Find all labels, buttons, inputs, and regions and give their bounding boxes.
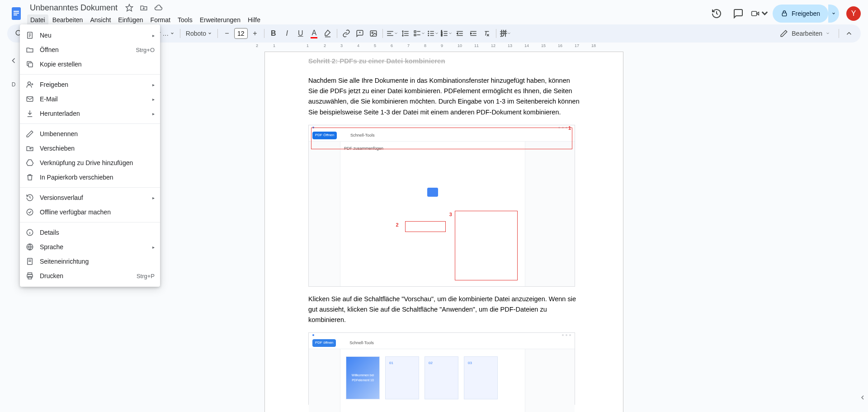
menu-einfuegen[interactable]: Einfügen (115, 14, 146, 25)
paragraph-1: Nachdem Sie alle Ihre Dokumente in das K… (308, 76, 580, 118)
account-avatar[interactable]: Y (846, 6, 861, 21)
font-size-input[interactable] (234, 28, 248, 39)
menu-label: Verschieben (40, 145, 155, 152)
menu-ansicht[interactable]: Ansicht (87, 14, 114, 25)
svg-point-24 (28, 82, 31, 85)
menu-bearbeiten[interactable]: Bearbeiten (49, 14, 86, 25)
file-menu-item-in-papierkorb-verschieben[interactable]: In Papierkorb verschieben (20, 170, 160, 185)
file-menu-item-umbenennen[interactable]: Umbenennen (20, 127, 160, 141)
menubar: Datei Bearbeiten Ansicht Einfügen Format… (27, 14, 708, 25)
file-menu-item-freigeben[interactable]: Freigeben▸ (20, 77, 160, 92)
menu-tools[interactable]: Tools (175, 14, 196, 25)
font-size-decrease[interactable]: − (221, 27, 233, 40)
share-button[interactable]: Freigeben (773, 5, 828, 23)
file-menu-item-neu[interactable]: Neu▸ (20, 28, 160, 43)
svg-rect-5 (752, 11, 757, 16)
bullet-list-icon[interactable] (426, 27, 439, 40)
outline-back-icon[interactable] (6, 53, 21, 68)
meet-icon[interactable] (751, 5, 769, 23)
menu-shortcut: Strg+O (136, 47, 155, 53)
svg-rect-23 (28, 63, 33, 67)
svg-point-18 (428, 35, 429, 36)
star-icon[interactable] (124, 2, 135, 13)
submenu-arrow-icon: ▸ (152, 111, 155, 116)
file-menu-item-herunterladen[interactable]: Herunterladen▸ (20, 106, 160, 121)
embedded-image-2[interactable]: PDF öffnen Schnell-Tools Willkommen bei … (308, 332, 575, 405)
menu-format[interactable]: Format (147, 14, 174, 25)
line-spacing-icon[interactable] (399, 27, 412, 40)
font-dropdown[interactable]: Roboto (183, 27, 215, 40)
file-menu-item-verknüpfung-zu-drive-hinzufügen[interactable]: Verknüpfung zu Drive hinzufügen (20, 156, 160, 170)
menu-label: Versionsverlauf (40, 194, 152, 201)
file-menu-item-e-mail[interactable]: E-Mail▸ (20, 92, 160, 106)
info-icon (25, 228, 34, 237)
input-tools-icon[interactable]: 拼 (499, 27, 512, 40)
person-add-icon (25, 80, 34, 89)
svg-rect-6 (782, 13, 786, 16)
embedded-image-1[interactable]: PDF Öffnen Schnell-Tools PDF zusammenfüg… (308, 125, 575, 287)
menu-label: Verknüpfung zu Drive hinzufügen (40, 159, 155, 166)
drive-shortcut-icon (25, 158, 34, 167)
side-panel-collapse-icon[interactable] (857, 392, 868, 403)
svg-point-13 (372, 32, 373, 33)
bold-icon[interactable]: B (267, 27, 280, 40)
link-icon[interactable] (340, 27, 353, 40)
cloud-status-icon[interactable] (153, 2, 164, 13)
file-menu-item-sprache[interactable]: Sprache▸ (20, 240, 160, 254)
svg-point-17 (428, 33, 429, 34)
menu-label: Drucken (40, 272, 137, 279)
comment-icon[interactable] (354, 27, 366, 40)
menu-label: Neu (40, 32, 152, 39)
file-menu-item-versionsverlauf[interactable]: Versionsverlauf▸ (20, 190, 160, 205)
comments-icon[interactable] (729, 5, 747, 23)
menu-label: Herunterladen (40, 110, 152, 117)
menu-datei[interactable]: Datei (27, 14, 48, 25)
svg-rect-15 (414, 34, 416, 36)
image-icon[interactable] (367, 27, 380, 40)
file-menu-item-verschieben[interactable]: Verschieben (20, 141, 160, 156)
menu-erweiterungen[interactable]: Erweiterungen (197, 14, 244, 25)
indent-decrease-icon[interactable] (453, 27, 466, 40)
menu-shortcut: Strg+P (137, 273, 155, 279)
svg-point-16 (428, 31, 429, 32)
page: Schritt 2: PDFs zu einer Datei kombinier… (264, 52, 623, 412)
clear-format-icon[interactable] (481, 27, 493, 40)
indent-increase-icon[interactable] (467, 27, 480, 40)
menu-hilfe[interactable]: Hilfe (245, 14, 264, 25)
numbered-list-icon[interactable]: 123 (440, 27, 453, 40)
file-menu-dropdown: Neu▸ÖffnenStrg+OKopie erstellenFreigeben… (20, 24, 160, 287)
share-dropdown[interactable] (828, 5, 839, 23)
submenu-arrow-icon: ▸ (152, 33, 155, 38)
file-menu-item-öffnen[interactable]: ÖffnenStrg+O (20, 43, 160, 57)
menu-label: Freigeben (40, 81, 152, 88)
collapse-toolbar-icon[interactable] (843, 27, 855, 40)
docs-logo[interactable] (7, 5, 25, 23)
font-size-increase[interactable]: + (249, 27, 261, 40)
italic-icon[interactable]: I (281, 27, 293, 40)
menu-label: In Papierkorb verschieben (40, 174, 155, 181)
document-title[interactable]: Unbenanntes Dokument (27, 2, 120, 14)
file-menu-item-seiteneinrichtung[interactable]: Seiteneinrichtung (20, 254, 160, 269)
highlight-icon[interactable] (321, 27, 334, 40)
move-icon[interactable] (138, 2, 149, 13)
menu-label: Umbenennen (40, 130, 155, 137)
menu-label: E-Mail (40, 95, 152, 103)
svg-rect-1 (14, 11, 19, 12)
editing-mode-dropdown[interactable]: Bearbeiten (774, 29, 835, 38)
menu-label: Kopie erstellen (40, 61, 155, 68)
file-menu-item-offline-verfügbar-machen[interactable]: Offline verfügbar machen (20, 205, 160, 219)
folder-icon (25, 45, 34, 54)
history-icon[interactable] (708, 5, 726, 23)
align-icon[interactable] (386, 27, 398, 40)
text-color-icon[interactable]: A (308, 27, 321, 40)
underline-icon[interactable]: U (294, 27, 307, 40)
file-menu-item-details[interactable]: Details (20, 225, 160, 240)
svg-marker-4 (126, 5, 133, 11)
outline-letter: D (12, 81, 16, 88)
checklist-icon[interactable] (413, 27, 425, 40)
file-menu-item-drucken[interactable]: DruckenStrg+P (20, 269, 160, 283)
vertical-ruler[interactable] (0, 50, 7, 412)
file-menu-item-kopie-erstellen[interactable]: Kopie erstellen (20, 57, 160, 71)
menu-label: Sprache (40, 243, 152, 251)
svg-rect-3 (14, 14, 17, 15)
